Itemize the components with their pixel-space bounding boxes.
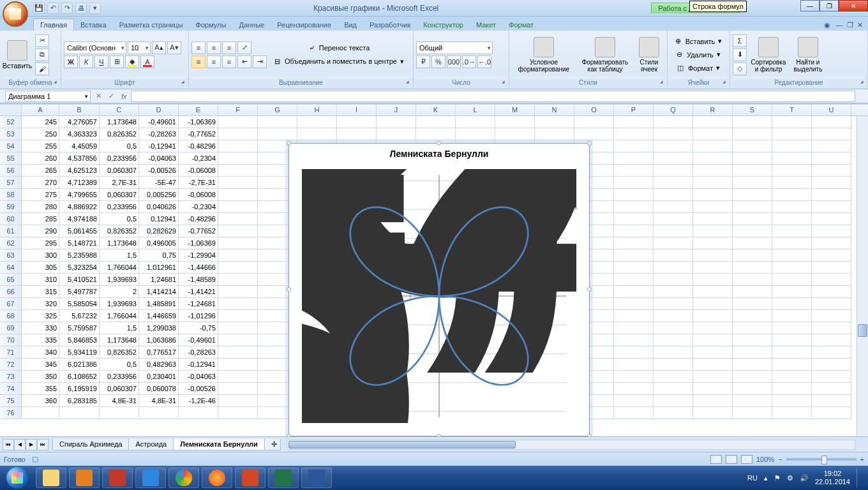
cell-P62[interactable] — [614, 237, 654, 249]
cell-P54[interactable] — [614, 140, 654, 152]
cell-P76[interactable] — [614, 407, 654, 419]
increase-font-icon[interactable]: A▴ — [152, 41, 166, 54]
tab-review[interactable]: Рецензирование — [271, 19, 338, 31]
cell-C55[interactable]: 0,233956 — [100, 152, 139, 165]
taskbar-kaspersky[interactable] — [102, 468, 133, 488]
cell-D58[interactable]: 0,005256 — [139, 189, 179, 201]
doc-close-icon[interactable]: ✕ — [857, 21, 863, 29]
hscroll-thumb[interactable] — [288, 441, 516, 449]
cell-D59[interactable]: 0,040626 — [139, 201, 179, 213]
cell-U57[interactable] — [812, 177, 851, 189]
tray-network-icon[interactable]: ⚙ — [787, 474, 793, 482]
cell-B68[interactable]: 5,67232 — [59, 310, 100, 322]
cell-D55[interactable]: -0,04063 — [139, 152, 179, 165]
cell-F69[interactable] — [218, 322, 258, 334]
cell-T74[interactable] — [772, 383, 812, 395]
tab-insert[interactable]: Вставка — [74, 19, 113, 31]
tray-volume-icon[interactable]: 🔊 — [800, 474, 809, 482]
cell-N53[interactable] — [535, 128, 574, 140]
cell-D65[interactable]: 1,24681 — [139, 274, 179, 286]
cell-P66[interactable] — [614, 286, 654, 298]
cell-R64[interactable] — [693, 262, 733, 274]
cell-E75[interactable]: -1,2E-46 — [179, 395, 218, 407]
cell-N52[interactable] — [535, 116, 574, 128]
cell-P74[interactable] — [614, 383, 654, 395]
decrease-indent-icon[interactable]: ⇤ — [237, 56, 251, 68]
row-header-55[interactable]: 55 — [0, 152, 22, 165]
cell-A63[interactable]: 300 — [22, 249, 59, 262]
cell-S70[interactable] — [733, 334, 772, 346]
cell-D74[interactable]: 0,060078 — [139, 383, 179, 395]
cell-D75[interactable]: 4,8E-31 — [139, 395, 179, 407]
tab-design[interactable]: Конструктор — [417, 19, 470, 31]
cell-T75[interactable] — [772, 395, 812, 407]
cell-L52[interactable] — [456, 116, 495, 128]
align-middle-icon[interactable]: ≡ — [207, 41, 221, 54]
cell-B56[interactable]: 4,625123 — [59, 165, 100, 177]
row-header-66[interactable]: 66 — [0, 286, 22, 298]
row-header-58[interactable]: 58 — [0, 189, 22, 201]
cell-Q59[interactable] — [654, 201, 693, 213]
italic-button[interactable]: К — [79, 56, 93, 68]
cell-T52[interactable] — [772, 116, 812, 128]
sheet-tab-new[interactable]: ✢ — [264, 439, 281, 450]
cell-D61[interactable]: 0,282629 — [139, 225, 179, 237]
cell-F72[interactable] — [218, 359, 258, 371]
cell-P61[interactable] — [614, 225, 654, 237]
cell-E64[interactable]: -1,44666 — [179, 262, 218, 274]
cell-P57[interactable] — [614, 177, 654, 189]
paste-button[interactable]: Вставить — [3, 34, 32, 76]
cell-E73[interactable]: -0,04063 — [179, 371, 218, 383]
cell-E67[interactable]: -1,24681 — [179, 298, 218, 310]
vertical-scrollbar[interactable] — [857, 116, 868, 436]
cell-C54[interactable]: 0,5 — [100, 140, 139, 152]
cell-U75[interactable] — [812, 395, 851, 407]
cell-A52[interactable]: 245 — [22, 116, 59, 128]
taskbar-wmp[interactable] — [69, 468, 100, 488]
cell-F53[interactable] — [218, 128, 258, 140]
sheet-tab-2[interactable]: Астроида — [128, 439, 174, 450]
col-header-U[interactable]: U — [812, 105, 851, 115]
sheet-nav-prev-icon[interactable]: ◀ — [14, 439, 26, 450]
cell-B69[interactable]: 5,759587 — [59, 322, 100, 334]
cell-G53[interactable] — [258, 128, 297, 140]
cell-E76[interactable] — [179, 407, 218, 419]
cell-Q70[interactable] — [654, 334, 693, 346]
cell-Q53[interactable] — [654, 128, 693, 140]
underline-button[interactable]: Ч — [94, 56, 108, 68]
cell-O52[interactable] — [574, 116, 614, 128]
cell-S71[interactable] — [733, 346, 772, 359]
cell-C56[interactable]: 0,060307 — [100, 165, 139, 177]
row-header-72[interactable]: 72 — [0, 359, 22, 371]
tray-clock[interactable]: 19:02 22.01.2014 — [815, 470, 850, 486]
cell-E63[interactable]: -1,29904 — [179, 249, 218, 262]
row-header-70[interactable]: 70 — [0, 334, 22, 346]
name-box[interactable]: Диаграмма 1 — [5, 91, 91, 102]
cell-E61[interactable]: -0,77652 — [179, 225, 218, 237]
cell-A62[interactable]: 295 — [22, 237, 59, 249]
cell-S55[interactable] — [733, 152, 772, 165]
cell-B63[interactable]: 5,235988 — [59, 249, 100, 262]
cell-U70[interactable] — [812, 334, 851, 346]
align-bottom-icon[interactable]: ≡ — [222, 41, 236, 54]
cell-Q60[interactable] — [654, 213, 693, 225]
col-header-P[interactable]: P — [614, 105, 654, 115]
tab-data[interactable]: Данные — [232, 19, 271, 31]
qat-save-icon[interactable]: 💾 — [33, 3, 45, 14]
conditional-formatting-button[interactable]: Условное форматирование — [512, 34, 576, 76]
cell-C67[interactable]: 1,939693 — [100, 298, 139, 310]
taskbar-excel[interactable] — [268, 468, 299, 488]
cell-U60[interactable] — [812, 213, 851, 225]
cell-C75[interactable]: 4,8E-31 — [100, 395, 139, 407]
cell-E56[interactable]: -0,06008 — [179, 165, 218, 177]
cell-S52[interactable] — [733, 116, 772, 128]
cell-S60[interactable] — [733, 213, 772, 225]
cell-K53[interactable] — [416, 128, 456, 140]
chart-object[interactable]: Лемниската Бернулли — [288, 143, 590, 436]
chart-plot-area[interactable]: -2-1,5 -1-0,5 0 0,51 1,52 2 21,510,5 -0,… — [302, 169, 576, 423]
decrease-decimal-icon[interactable]: ←.0 — [477, 56, 491, 68]
col-header-K[interactable]: K — [416, 105, 456, 115]
cell-I53[interactable] — [337, 128, 377, 140]
font-size-combo[interactable]: 10 — [128, 41, 151, 54]
cell-S57[interactable] — [733, 177, 772, 189]
